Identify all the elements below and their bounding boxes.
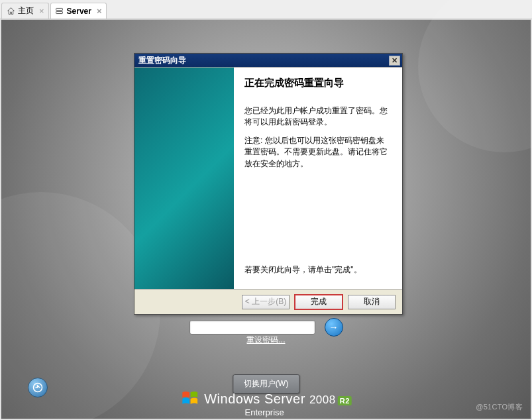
wizard-close-button[interactable]: ✕ [389, 56, 400, 66]
watermark: @51CTO博客 [476, 402, 523, 412]
wizard-paragraph-2: 注意: 您以后也可以用这张密码密钥盘来重置密码。不需要更新此盘。请记住将它放在安… [244, 135, 392, 170]
tab-home-close-icon[interactable]: × [39, 6, 44, 16]
brand-line: Windows Server 2008R2 [204, 392, 352, 407]
login-screen: → 重设密码... 切换用户(W) Windows Server 2008R2 … [1, 19, 531, 419]
tab-server-label: Server [67, 7, 91, 16]
home-icon [6, 7, 15, 16]
ease-of-access-button[interactable] [28, 378, 48, 397]
os-edition: Enterprise [174, 407, 359, 417]
wizard-paragraph-1: 您已经为此用户帐户成功重置了密码。您将可以用此新密码登录。 [244, 105, 392, 129]
wizard-heading: 正在完成密码重置向导 [244, 77, 392, 89]
wizard-side-graphic [134, 68, 234, 289]
wizard-title: 重置密码向导 [138, 55, 186, 66]
wizard-paragraph-3: 若要关闭此向导，请单击"完成"。 [244, 264, 392, 276]
arrow-right-icon: → [329, 322, 339, 333]
password-input[interactable] [189, 320, 315, 335]
reset-password-wizard: 重置密码向导 ✕ 正在完成密码重置向导 您已经为此用户帐户成功重置了密码。您将可… [134, 53, 403, 315]
tab-server-close-icon[interactable]: × [97, 6, 102, 16]
tab-home[interactable]: 主页 × [1, 3, 49, 19]
wizard-footer: < 上一步(B) 完成 取消 [134, 289, 402, 314]
svg-rect-1 [56, 11, 63, 13]
tab-home-label: 主页 [18, 5, 34, 17]
tab-server[interactable]: Server × [50, 3, 107, 19]
wizard-main-panel: 正在完成密码重置向导 您已经为此用户帐户成功重置了密码。您将可以用此新密码登录。… [234, 68, 402, 289]
wizard-body: 正在完成密码重置向导 您已经为此用户帐户成功重置了密码。您将可以用此新密码登录。… [134, 67, 402, 289]
wizard-cancel-button[interactable]: 取消 [348, 295, 396, 309]
wizard-back-button: < 上一步(B) [242, 295, 290, 309]
wizard-finish-button[interactable]: 完成 [295, 295, 343, 309]
browser-tabbar: 主页 × Server × [0, 0, 532, 19]
os-brand: Windows Server 2008R2 [180, 389, 352, 409]
wizard-titlebar[interactable]: 重置密码向导 ✕ [134, 54, 402, 67]
login-submit-button[interactable]: → [325, 318, 343, 337]
server-icon [55, 7, 64, 16]
windows-flag-icon [180, 389, 199, 409]
accessibility-icon [32, 382, 43, 393]
login-row: → [189, 318, 343, 337]
svg-rect-0 [56, 8, 63, 10]
reset-password-link[interactable]: 重设密码... [246, 335, 285, 346]
